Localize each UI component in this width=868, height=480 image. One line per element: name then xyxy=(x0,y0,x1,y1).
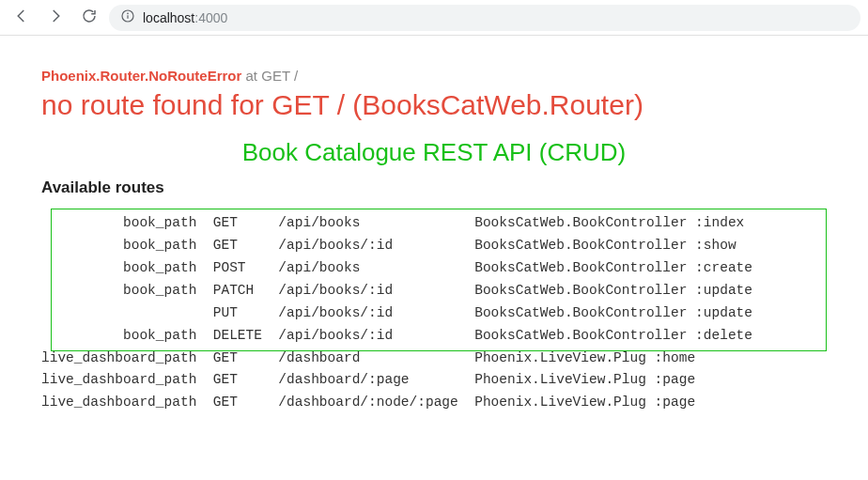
request-verb-path: GET / xyxy=(261,68,298,84)
forward-icon[interactable] xyxy=(47,8,64,28)
url-bar[interactable]: localhost:4000 xyxy=(109,5,860,31)
url-port: :4000 xyxy=(194,10,227,25)
highlight-box xyxy=(51,209,827,351)
exception-name: Phoenix.Router.NoRouteError xyxy=(41,68,241,84)
at-word: at xyxy=(246,68,258,84)
api-title: Book Catalogue REST API (CRUD) xyxy=(41,138,827,167)
error-headline: no route found for GET / (BooksCatWeb.Ro… xyxy=(41,89,827,121)
url-host: localhost xyxy=(143,10,194,25)
routes-heading: Available routes xyxy=(41,178,827,197)
browser-toolbar: localhost:4000 xyxy=(0,0,868,36)
svg-point-2 xyxy=(128,13,129,14)
url-text: localhost:4000 xyxy=(143,10,227,25)
error-meta: Phoenix.Router.NoRouteError at GET / xyxy=(41,68,827,84)
reload-icon[interactable] xyxy=(81,8,98,28)
back-icon[interactable] xyxy=(13,8,30,28)
page-content: Phoenix.Router.NoRouteError at GET / no … xyxy=(0,36,868,446)
route-row: live_dashboard_path GET /dashboard/:page… xyxy=(41,369,827,392)
nav-icons xyxy=(8,8,98,28)
info-icon[interactable] xyxy=(120,8,135,26)
route-row: live_dashboard_path GET /dashboard/:node… xyxy=(41,392,827,414)
routes-table: book_path GET /api/books BooksCatWeb.Boo… xyxy=(41,207,827,414)
